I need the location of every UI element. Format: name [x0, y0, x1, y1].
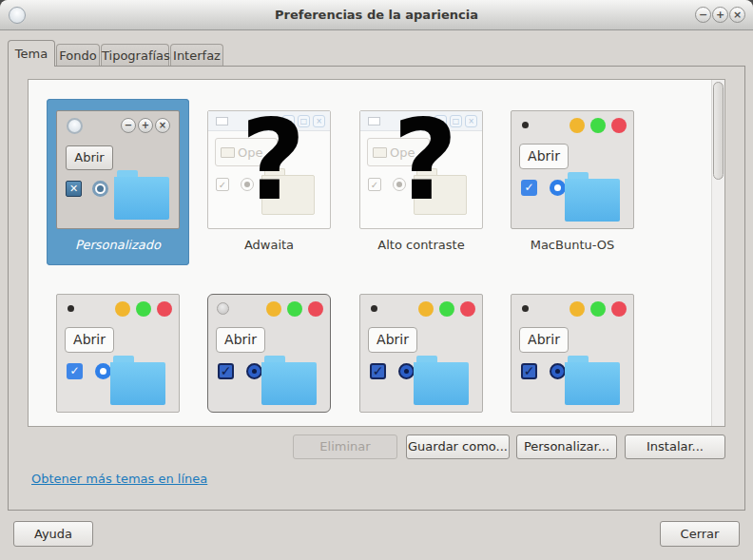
- appearance-preferences-window: Preferencias de la apariencia − + × Tema…: [0, 0, 753, 560]
- close-button[interactable]: ×: [729, 7, 745, 23]
- preview-close-icon: ×: [155, 118, 170, 133]
- ayuda-button[interactable]: Ayuda: [13, 521, 93, 547]
- theme-item[interactable]: Abrir ✓: [47, 282, 189, 413]
- preview-checkbox-icon: ✓: [370, 363, 386, 379]
- missing-thumbnail-icon: ?: [393, 104, 457, 216]
- folder-icon: [373, 147, 387, 158]
- theme-label: Adwaita: [198, 237, 340, 254]
- instalar-button[interactable]: Instalar...: [625, 434, 725, 459]
- preview-close-icon: ×: [313, 115, 325, 127]
- traffic-red-icon: [308, 301, 323, 317]
- titlebar: Preferencias de la apariencia − + ×: [0, 0, 753, 30]
- preview-maximize-icon: +: [138, 118, 153, 133]
- tab-interfaz[interactable]: Interfaz: [170, 44, 223, 67]
- traffic-green-icon: [136, 301, 151, 317]
- theme-preview: Abrir ✓: [207, 294, 331, 413]
- traffic-yellow-icon: [115, 301, 130, 317]
- preview-open-button: Abrir: [519, 327, 569, 353]
- theme-item[interactable]: Abrir ✓: [501, 282, 644, 413]
- maximize-button[interactable]: +: [712, 7, 728, 23]
- preview-radio-icon: [246, 363, 262, 379]
- folder-icon: [114, 170, 169, 220]
- theme-label: MacBuntu-OS: [501, 237, 644, 254]
- preview-open-button: Abrir: [66, 145, 113, 170]
- folder-icon: [221, 147, 235, 158]
- preview-window-icon: [216, 117, 228, 126]
- preview-open-button: Abrir: [519, 144, 569, 169]
- get-more-themes-link[interactable]: Obtener más temas en línea: [31, 472, 207, 486]
- traffic-green-icon: [590, 301, 606, 317]
- folder-icon: [110, 356, 165, 405]
- missing-thumbnail-icon: ?: [241, 104, 305, 216]
- preview-window-dot-icon: [68, 305, 74, 312]
- preview-window-dot-icon: [371, 305, 377, 312]
- traffic-green-icon: [439, 301, 454, 317]
- traffic-red-icon: [611, 118, 627, 133]
- theme-preview: − □ × Ope ✓ ?: [359, 110, 483, 229]
- traffic-red-icon: [460, 301, 475, 317]
- folder-icon: [565, 356, 620, 405]
- scrollbar-thumb[interactable]: [713, 82, 724, 180]
- preview-open-button: Abrir: [65, 327, 114, 353]
- theme-preview: − + × Abrir ✕: [56, 110, 180, 229]
- preview-radio-icon: [550, 363, 566, 379]
- tab-fondo[interactable]: Fondo: [56, 44, 100, 67]
- preview-radio-icon: [95, 363, 111, 379]
- preview-window-menu-icon: [67, 118, 83, 134]
- preview-radio-icon: [398, 363, 415, 379]
- preview-minimize-icon: −: [121, 118, 136, 133]
- personalizar-button[interactable]: Personalizar...: [516, 434, 617, 459]
- guardar-como-button[interactable]: Guardar como...: [406, 434, 510, 459]
- theme-preview: − □ × Ope ✓ ?: [207, 110, 331, 229]
- theme-item-alto-contraste[interactable]: − □ × Ope ✓ ? Alto contraste: [350, 99, 492, 254]
- preview-radio-icon: [92, 181, 108, 197]
- traffic-yellow-icon: [570, 301, 585, 317]
- preview-window-dot-icon: [522, 305, 529, 312]
- folder-icon: [414, 356, 469, 405]
- traffic-green-icon: [590, 118, 606, 133]
- eliminar-button[interactable]: Eliminar: [293, 434, 397, 459]
- preview-checkbox-icon: ✓: [521, 363, 537, 379]
- theme-preview: Abrir ✓: [511, 294, 634, 413]
- traffic-yellow-icon: [266, 301, 281, 317]
- preview-window-sphere-icon: [217, 302, 229, 315]
- cerrar-button[interactable]: Cerrar: [660, 521, 740, 547]
- traffic-red-icon: [157, 301, 172, 317]
- theme-item[interactable]: Abrir ✓: [350, 282, 492, 413]
- tab-tipografias[interactable]: Tipografías: [101, 44, 169, 67]
- traffic-yellow-icon: [570, 118, 585, 133]
- minimize-button[interactable]: −: [695, 7, 711, 23]
- theme-item-personalizado[interactable]: − + × Abrir ✕ Personalizado: [47, 99, 189, 265]
- traffic-red-icon: [611, 301, 627, 317]
- preview-checkbox-icon: ✓: [218, 363, 234, 379]
- window-title: Preferencias de la apariencia: [0, 0, 753, 30]
- preview-open-button: Abrir: [368, 327, 417, 353]
- theme-preview: Abrir ✓: [359, 294, 483, 413]
- preview-radio-icon: [550, 180, 566, 196]
- theme-label: Personalizado: [47, 237, 189, 254]
- preview-checkbox-icon: ✓: [67, 363, 83, 379]
- theme-preview: Abrir ✓: [511, 110, 634, 229]
- tab-tema[interactable]: Tema: [8, 40, 55, 67]
- theme-list: − + × Abrir ✕ Personalizado − □ ×: [28, 79, 725, 427]
- folder-icon: [261, 356, 317, 405]
- folder-icon: [565, 172, 620, 222]
- preview-checkbox-icon: ✓: [368, 178, 381, 191]
- theme-item-adwaita[interactable]: − □ × Ope ✓ ? Adwaita: [198, 99, 340, 254]
- preview-checkbox-icon: ✕: [66, 181, 82, 197]
- theme-label: Alto contraste: [350, 237, 492, 254]
- preview-close-icon: ×: [465, 115, 477, 127]
- preview-window-icon: [368, 117, 380, 126]
- theme-preview: Abrir ✓: [56, 294, 180, 413]
- preview-open-button: Abrir: [216, 327, 265, 353]
- preview-checkbox-icon: ✓: [216, 178, 229, 191]
- theme-item[interactable]: Abrir ✓: [198, 282, 340, 413]
- scrollbar-track[interactable]: [711, 80, 724, 426]
- preview-window-dot-icon: [522, 122, 529, 128]
- preview-checkbox-icon: ✓: [521, 180, 537, 196]
- theme-item-macbuntu-os[interactable]: Abrir ✓ MacBuntu-OS: [501, 99, 644, 254]
- traffic-green-icon: [287, 301, 302, 317]
- traffic-yellow-icon: [418, 301, 434, 317]
